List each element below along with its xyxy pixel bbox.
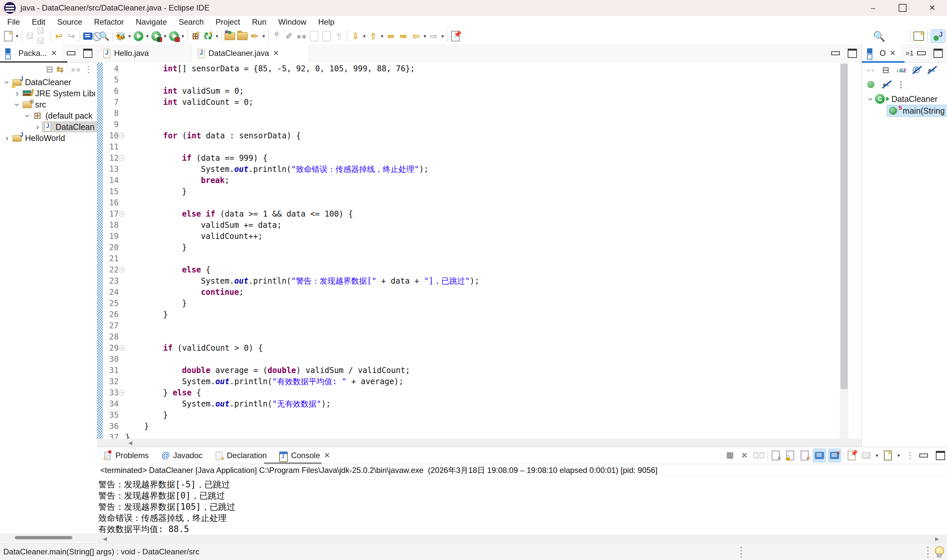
status-drag-handle[interactable]	[740, 546, 742, 558]
menu-search[interactable]: Search	[173, 16, 210, 28]
menu-run[interactable]: Run	[246, 16, 272, 28]
line-number[interactable]: 19	[103, 232, 119, 241]
new-class-dropdown[interactable]: ▾	[214, 29, 220, 43]
code-editor[interactable]: 4int[] sensorData = {85, -5, 92, 0, 105,…	[97, 62, 861, 439]
remove-all-terminated-icon[interactable]: ✕⃥	[753, 449, 765, 462]
code-line[interactable]: 16	[103, 197, 839, 208]
code-line[interactable]: 33−} else {	[103, 387, 839, 398]
line-number[interactable]: 11	[103, 142, 119, 151]
line-number[interactable]: 12	[103, 154, 119, 163]
code-text[interactable]: continue;	[125, 288, 244, 297]
run-icon[interactable]	[132, 29, 145, 43]
code-line[interactable]: 5	[103, 74, 839, 85]
code-text[interactable]: }	[125, 299, 187, 308]
refresh-file-icon[interactable]	[308, 29, 320, 43]
back-dropdown[interactable]: ▾	[422, 29, 428, 43]
sort-icon[interactable]: ↓az	[895, 65, 907, 75]
maximize-view-icon[interactable]	[83, 49, 92, 58]
pin-console-icon[interactable]: 📌	[845, 449, 858, 462]
line-number[interactable]: 8	[103, 109, 119, 118]
chevron-icon[interactable]: ›	[866, 95, 876, 103]
code-line[interactable]: 23System.out.println("警告：发现越界数据[" + data…	[103, 275, 839, 286]
code-line[interactable]: 27	[103, 320, 839, 331]
open-console-icon[interactable]	[882, 449, 894, 462]
line-number[interactable]: 21	[103, 254, 119, 263]
line-number[interactable]: 14	[103, 176, 119, 185]
gray-curved-arrow-icon[interactable]: ↪	[65, 29, 78, 43]
view-menu-icon[interactable]: ⋮	[84, 65, 93, 75]
line-number[interactable]: 24	[103, 288, 119, 297]
new-java-class-icon[interactable]: 🗘	[202, 29, 214, 43]
line-number[interactable]: 6	[103, 86, 119, 95]
close-button[interactable]: ✕	[918, 0, 947, 16]
tab-problems[interactable]: Problems	[97, 447, 154, 464]
close-icon[interactable]: ✕	[51, 49, 57, 57]
view-menu-icon[interactable]: ⋮	[906, 451, 915, 461]
code-line[interactable]: 30	[103, 354, 839, 365]
tab-outline[interactable]: O ✕	[862, 44, 901, 62]
chevron-icon[interactable]: ›	[22, 111, 32, 120]
line-number[interactable]: 16	[103, 198, 119, 208]
close-icon[interactable]: ✕	[890, 49, 896, 57]
close-icon[interactable]: ✕	[324, 451, 330, 460]
code-line[interactable]: 19validCount++;	[103, 231, 839, 242]
code-line[interactable]: 25}	[103, 298, 839, 309]
code-text[interactable]: } else {	[125, 388, 201, 397]
back-icon[interactable]: ⇦	[410, 29, 422, 43]
scrollbar-thumb[interactable]	[841, 64, 848, 389]
pin-note-icon[interactable]: 📌	[449, 29, 462, 43]
code-line[interactable]: 9	[103, 119, 839, 130]
search-icon[interactable]: 🔍	[873, 29, 885, 43]
line-number[interactable]: 4	[103, 64, 119, 73]
chevron-icon[interactable]: ›	[13, 88, 22, 98]
open-console-icon[interactable]	[82, 29, 94, 43]
show-stdout-icon[interactable]	[813, 449, 826, 462]
focus-icon[interactable]: ●●	[71, 65, 81, 75]
code-text[interactable]: }	[125, 310, 168, 319]
scroll-right-icon[interactable]: ▶	[935, 535, 939, 543]
code-line[interactable]: 4int[] sensorData = {85, -5, 92, 0, 105,…	[103, 63, 839, 74]
view-menu-icon[interactable]: ⋮	[895, 79, 907, 90]
code-text[interactable]: System.out.println("警告：发现越界数据[" + data +…	[125, 276, 479, 286]
line-number[interactable]: 20	[103, 243, 119, 252]
code-text[interactable]: validSum += data;	[125, 220, 282, 230]
line-number[interactable]: 5	[103, 75, 119, 85]
collapse-icon[interactable]: −	[119, 267, 125, 273]
link-members-icon[interactable]: ●●	[295, 29, 308, 43]
menu-refactor[interactable]: Refactor	[88, 16, 130, 28]
display-selected-console-icon[interactable]	[860, 449, 872, 462]
collapse-icon[interactable]: −	[119, 133, 125, 139]
word-wrap-icon[interactable]: ↵	[798, 449, 811, 462]
previous-annotation-dropdown[interactable]: ▾	[379, 29, 385, 43]
code-text[interactable]: int validCount = 0;	[125, 98, 254, 107]
outline-item-class[interactable]: ›CDataCleaner	[862, 93, 947, 105]
menu-window[interactable]: Window	[272, 16, 312, 28]
tab-hello-java[interactable]: Hello.java	[97, 44, 191, 62]
code-text[interactable]: }	[125, 187, 187, 196]
line-number[interactable]: 28	[103, 332, 119, 342]
run-dropdown[interactable]: ▾	[145, 29, 150, 43]
skip-breakpoints-icon[interactable]: ⃠🔍	[98, 29, 111, 43]
menu-project[interactable]: Project	[210, 16, 246, 28]
java-perspective-button[interactable]	[930, 29, 946, 43]
code-text[interactable]: }	[125, 411, 168, 420]
chevron-icon[interactable]: ›	[2, 78, 12, 86]
save-icon[interactable]: 🖫	[24, 29, 36, 43]
code-line[interactable]: 8	[103, 108, 839, 119]
hide-static-icon[interactable]: ●S	[925, 65, 937, 75]
new-dropdown[interactable]: ▾	[14, 29, 20, 43]
outline-item-method[interactable]: Smain(String	[862, 105, 947, 117]
tree-item-jre-system-libr[interactable]: ›JRE System Libr	[0, 88, 97, 99]
tree-item-dataclean[interactable]: ›DataClean	[0, 121, 97, 132]
lightbulb-icon[interactable]	[934, 546, 944, 557]
open-console-dropdown[interactable]: ▾	[896, 449, 901, 462]
minimize-view-icon[interactable]	[917, 51, 925, 55]
line-number[interactable]: 9	[103, 120, 119, 129]
code-line[interactable]: 24continue;	[103, 286, 839, 298]
code-line[interactable]: 14break;	[103, 175, 839, 186]
code-line[interactable]: 10−for (int data : sensorData) {	[103, 130, 839, 141]
coverage-dropdown[interactable]: ▾	[162, 29, 168, 43]
next-edit-location-icon[interactable]: ⇛	[397, 29, 410, 43]
code-line[interactable]: 6int validSum = 0;	[103, 85, 839, 97]
profile-icon[interactable]	[168, 29, 180, 43]
